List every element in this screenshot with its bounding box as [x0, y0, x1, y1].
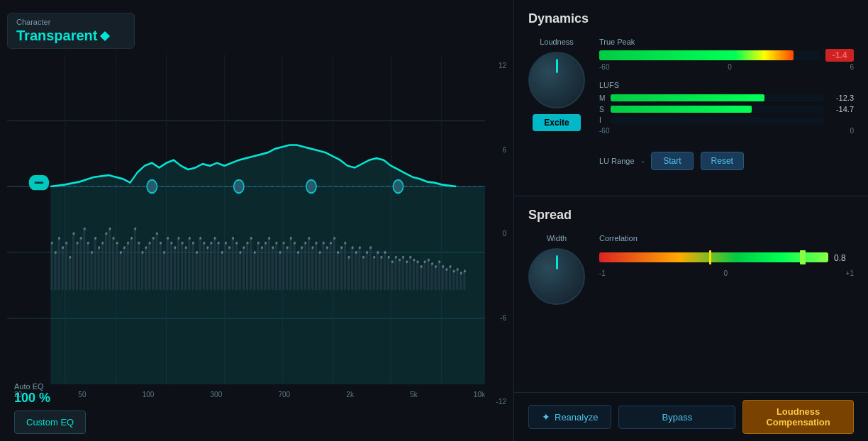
y-axis-labels: 12 6 0 -6 -12: [485, 55, 506, 413]
loudness-compensation-button[interactable]: Loudness Compensation: [742, 400, 854, 434]
svg-rect-115: [406, 262, 408, 290]
svg-point-160: [152, 237, 155, 240]
correlation-value: 0.8: [834, 253, 854, 263]
svg-point-183: [235, 242, 238, 245]
svg-rect-51: [174, 247, 176, 290]
svg-rect-26: [83, 229, 85, 290]
correlation-indicator: [800, 250, 806, 264]
bypass-button[interactable]: Bypass: [618, 406, 735, 429]
svg-rect-49: [167, 238, 169, 290]
svg-rect-43: [145, 247, 147, 290]
reset-button[interactable]: Reset: [701, 152, 744, 170]
svg-rect-112: [394, 257, 396, 291]
width-knob[interactable]: [528, 248, 585, 305]
svg-rect-29: [94, 238, 96, 290]
loudness-knob-indicator: [556, 59, 558, 73]
svg-rect-39: [130, 238, 133, 290]
eq-area: 12 6 0 -6 -12: [7, 55, 506, 441]
svg-point-137: [69, 256, 71, 259]
svg-rect-63: [217, 243, 219, 290]
svg-point-206: [319, 251, 321, 254]
svg-point-194: [275, 242, 277, 245]
svg-point-231: [409, 256, 411, 259]
excite-button[interactable]: Excite: [533, 114, 580, 131]
svg-rect-89: [311, 247, 313, 290]
svg-point-202: [304, 242, 306, 245]
svg-rect-129: [456, 269, 458, 290]
spread-content: Width Correlation 0.8 -1 0 +1: [528, 234, 854, 305]
svg-rect-107: [377, 252, 379, 290]
svg-rect-79: [275, 243, 277, 290]
svg-point-223: [380, 256, 382, 259]
svg-rect-113: [398, 260, 400, 291]
svg-point-13: [147, 180, 157, 194]
svg-rect-68: [235, 243, 238, 290]
lu-range-label: LU Range: [599, 157, 635, 165]
loudness-knob[interactable]: [528, 52, 585, 108]
reanalyze-icon: ✦: [542, 411, 550, 423]
svg-point-198: [290, 237, 292, 240]
svg-rect-46: [155, 233, 157, 290]
svg-point-146: [101, 242, 104, 245]
svg-rect-69: [239, 252, 241, 290]
svg-rect-101: [355, 252, 357, 290]
svg-point-229: [402, 256, 404, 259]
svg-point-139: [77, 242, 79, 245]
svg-rect-77: [268, 238, 270, 290]
svg-point-221: [373, 256, 375, 259]
svg-rect-103: [362, 257, 364, 291]
svg-point-240: [442, 265, 444, 268]
svg-point-207: [323, 242, 325, 245]
svg-point-184: [239, 251, 241, 254]
svg-point-167: [177, 237, 179, 240]
start-button[interactable]: Start: [651, 152, 693, 170]
lufs-bars: M -12.3 S -14.7: [599, 94, 854, 140]
svg-rect-56: [191, 243, 194, 290]
lufs-scale-left: -60: [599, 127, 609, 135]
svg-rect-98: [344, 243, 346, 290]
svg-rect-106: [373, 257, 375, 291]
svg-point-159: [149, 242, 151, 245]
svg-rect-32: [105, 233, 107, 290]
svg-rect-99: [347, 257, 350, 291]
true-peak-fill: [599, 50, 794, 60]
svg-rect-25: [79, 238, 82, 290]
svg-rect-93: [326, 247, 328, 290]
loudness-column: Loudness Excite: [528, 38, 585, 131]
svg-point-196: [283, 242, 285, 245]
svg-point-16: [393, 180, 403, 194]
corr-scale-right: +1: [846, 269, 854, 277]
svg-point-145: [98, 246, 100, 249]
svg-point-158: [145, 246, 148, 249]
svg-rect-53: [181, 243, 183, 290]
width-column: Width: [528, 234, 585, 305]
svg-rect-83: [289, 238, 291, 290]
lufs-m-row: M -12.3: [599, 94, 854, 102]
width-label: Width: [547, 234, 567, 242]
svg-rect-59: [203, 243, 205, 290]
auto-eq-label: Auto EQ: [14, 382, 50, 391]
svg-rect-42: [141, 252, 143, 290]
lufs-s-letter: S: [599, 106, 606, 113]
reanalyze-button[interactable]: ✦ Reanalyze: [528, 405, 611, 429]
svg-point-201: [301, 246, 303, 249]
svg-rect-23: [72, 233, 74, 290]
character-box[interactable]: Character Transparent: [7, 13, 135, 49]
svg-point-185: [243, 246, 245, 249]
svg-rect-40: [134, 229, 136, 290]
svg-point-177: [214, 237, 216, 240]
svg-point-163: [163, 251, 165, 254]
svg-rect-131: [463, 272, 465, 291]
svg-rect-58: [199, 238, 201, 290]
svg-point-218: [362, 256, 365, 259]
svg-rect-66: [228, 247, 230, 290]
svg-rect-127: [449, 267, 451, 290]
svg-rect-48: [163, 252, 165, 290]
svg-point-173: [199, 237, 201, 240]
svg-rect-21: [65, 243, 67, 290]
svg-point-136: [65, 242, 67, 245]
custom-eq-button[interactable]: Custom EQ: [14, 411, 86, 434]
svg-point-148: [108, 228, 111, 230]
svg-rect-91: [318, 252, 321, 290]
svg-point-215: [352, 246, 354, 249]
